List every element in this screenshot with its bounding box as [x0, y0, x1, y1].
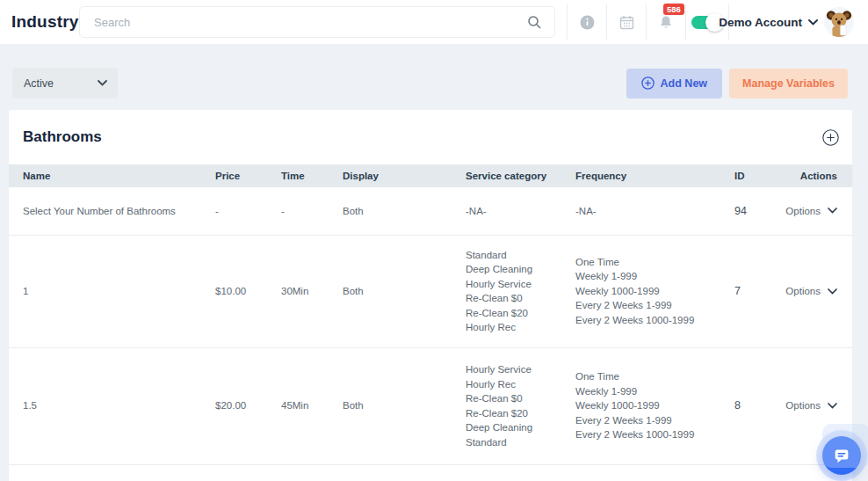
account-menu[interactable]: Demo Account: [719, 0, 854, 44]
cell-frequency: -NA-: [561, 187, 712, 235]
circle-plus-icon: [641, 77, 655, 90]
table-row: Select Your Number of Bathrooms - - Both…: [9, 187, 852, 235]
col-time: Time: [267, 164, 329, 187]
cell-name: 1.5: [9, 347, 201, 464]
cell-actions: Options: [764, 187, 852, 235]
toolbar-buttons: Add New Manage Variables: [626, 69, 848, 98]
card-header: Bathrooms: [9, 110, 852, 164]
cell-service-category: -NA-: [452, 187, 561, 235]
options-label: Options: [785, 284, 821, 299]
cell-name: 1: [9, 235, 201, 347]
cell-frequency: One TimeWeekly 1-999Weekly 1000-1999Ever…: [561, 235, 712, 347]
cell-display: Both: [329, 347, 452, 464]
table-row: 1.5 $20.00 45Min Both Hourly ServiceHour…: [9, 347, 852, 464]
chevron-down-icon: [828, 288, 837, 295]
chevron-down-icon: [98, 80, 107, 86]
col-name: Name: [9, 164, 201, 187]
search-input[interactable]: [80, 16, 527, 29]
topbar: Industry: [0, 0, 868, 44]
options-label: Options: [785, 398, 821, 413]
bathrooms-card: Bathrooms Name Price Time Display Servic…: [9, 110, 852, 481]
cell-service-category: Hourly ServiceHourly RecRe-Clean $0Re-Cl…: [452, 347, 561, 464]
cell-price: $20.00: [201, 347, 267, 464]
cell-time: -: [267, 187, 329, 235]
cell-time: 45Min: [267, 347, 329, 464]
card-title: Bathrooms: [23, 128, 102, 146]
col-display: Display: [329, 164, 452, 187]
cell-price: $10.00: [201, 235, 267, 347]
col-price: Price: [201, 164, 267, 187]
cell-display: Both: [329, 235, 452, 347]
cell-name: Select Your Number of Bathrooms: [9, 187, 201, 235]
col-frequency: Frequency: [561, 164, 712, 187]
notifications-bell-icon[interactable]: 586: [646, 4, 685, 40]
options-dropdown[interactable]: Options: [785, 284, 837, 299]
status-filter-value: Active: [24, 77, 54, 90]
manage-variables-label: Manage Variables: [742, 77, 835, 90]
chat-bubble-icon: [832, 446, 851, 465]
cell-frequency: One TimeWeekly 1-999Weekly 1000-1999Ever…: [561, 347, 712, 464]
cell-id: 94: [712, 187, 764, 235]
options-dropdown[interactable]: Options: [785, 398, 837, 413]
table-body: Select Your Number of Bathrooms - - Both…: [9, 187, 852, 464]
avatar[interactable]: [824, 7, 854, 37]
table-header-row: Name Price Time Display Service category…: [9, 164, 852, 187]
cell-service-category: StandardDeep CleaningHourly ServiceRe-Cl…: [452, 235, 561, 347]
calendar-icon[interactable]: [606, 4, 646, 40]
page-title: Industry: [0, 12, 79, 32]
col-actions: Actions: [764, 164, 852, 187]
status-filter-dropdown[interactable]: Active: [12, 68, 118, 98]
table-row: 1 $10.00 30Min Both StandardDeep Cleanin…: [9, 235, 852, 347]
account-label: Demo Account: [719, 16, 802, 29]
options-dropdown[interactable]: Options: [785, 204, 837, 219]
col-id: ID: [712, 164, 764, 187]
add-new-label: Add New: [661, 77, 707, 90]
info-icon[interactable]: [567, 4, 606, 40]
circle-plus-icon: [822, 129, 839, 146]
cell-id: 7: [712, 235, 764, 347]
cell-display: Both: [329, 187, 452, 235]
options-label: Options: [785, 204, 821, 219]
add-new-button[interactable]: Add New: [626, 69, 722, 98]
chevron-down-icon: [808, 19, 818, 26]
add-item-button[interactable]: [822, 129, 839, 146]
col-service-category: Service category: [452, 164, 561, 187]
chevron-down-icon: [828, 403, 837, 409]
cell-price: -: [201, 187, 267, 235]
topbar-icon-group: 586: [567, 4, 729, 40]
search-icon[interactable]: [527, 15, 542, 30]
chat-button[interactable]: [822, 436, 861, 475]
manage-variables-button[interactable]: Manage Variables: [729, 69, 848, 98]
toolbar: Active Add New Manage Variables: [12, 68, 848, 98]
notification-badge: 586: [663, 4, 684, 16]
cell-time: 30Min: [267, 235, 329, 347]
items-table: Name Price Time Display Service category…: [9, 164, 852, 465]
search-box[interactable]: [79, 6, 555, 38]
cell-id: 8: [712, 347, 764, 464]
cell-actions: Options: [764, 235, 852, 347]
chevron-down-icon: [828, 208, 837, 214]
